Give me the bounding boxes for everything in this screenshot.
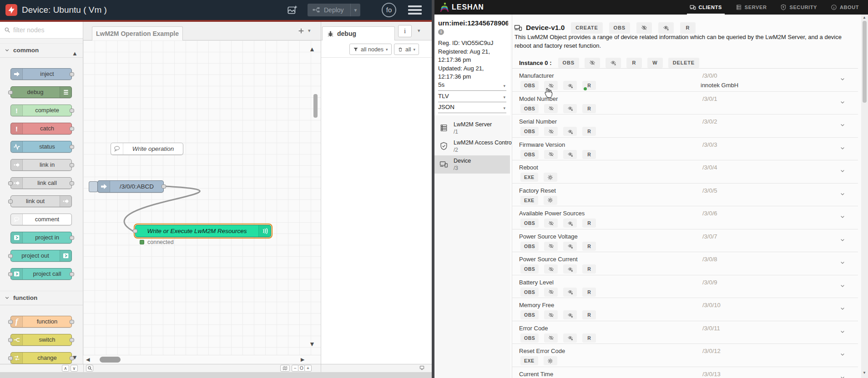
palette-category-common[interactable]: common xyxy=(0,43,83,58)
format-select-5s[interactable]: 5s▾ xyxy=(438,81,506,91)
obs-stop-button[interactable] xyxy=(606,58,621,68)
nav-server[interactable]: SERVER xyxy=(736,0,767,15)
palette-node-complete[interactable]: !complete xyxy=(10,104,72,116)
chevron-down-icon[interactable] xyxy=(839,351,846,358)
palette-node-project-in[interactable]: project in xyxy=(10,232,72,244)
palette-node-status[interactable]: status xyxy=(10,141,72,153)
deploy-button[interactable]: Deploy ▼ xyxy=(308,4,360,16)
main-menu-button[interactable] xyxy=(408,5,422,15)
w-button[interactable]: W xyxy=(647,58,663,68)
add-flow-button[interactable] xyxy=(296,25,306,36)
gear-button[interactable] xyxy=(544,196,557,205)
comment-node[interactable]: Write operation xyxy=(111,143,183,155)
monitor-icon[interactable] xyxy=(417,365,427,372)
r-button[interactable]: R xyxy=(582,333,596,343)
debug-clear-button[interactable]: all ▾ xyxy=(394,44,419,55)
canvas-search-button[interactable] xyxy=(86,365,93,372)
palette-node-link-out[interactable]: link out xyxy=(10,195,72,207)
obs-stop-button[interactable] xyxy=(563,150,577,159)
obs-stop-button[interactable] xyxy=(563,310,577,319)
scroll-down-icon[interactable]: ▼ xyxy=(863,371,866,375)
chevron-down-icon[interactable] xyxy=(839,236,846,244)
obs-stop-button[interactable] xyxy=(563,81,577,90)
scroll-right-icon[interactable]: ▶ xyxy=(301,357,304,363)
eye-off-button[interactable] xyxy=(544,219,558,228)
page-scrollbar[interactable]: ▲ ▼ xyxy=(861,15,868,378)
canvas-horizontal-scrollbar[interactable]: ◀ ▶ xyxy=(83,355,321,364)
chevron-down-icon[interactable] xyxy=(839,374,846,378)
canvas-vertical-scrollbar[interactable] xyxy=(313,94,318,118)
chevron-down-icon[interactable] xyxy=(839,328,846,335)
chevron-down-icon[interactable] xyxy=(839,259,846,266)
palette-node-comment[interactable]: comment xyxy=(10,214,72,225)
eye-off-button[interactable] xyxy=(544,333,558,343)
object-item-lwm2m-access-control[interactable]: LwM2M Access Control/2 xyxy=(434,137,510,155)
eye-off-button[interactable] xyxy=(585,58,600,68)
eye-off-button[interactable] xyxy=(544,242,558,251)
r-button[interactable]: R xyxy=(582,150,596,159)
palette-node-change[interactable]: change xyxy=(10,352,72,364)
palette-expand-button[interactable]: ∨ xyxy=(71,365,78,372)
obs-button[interactable]: OBS xyxy=(520,310,539,319)
client-info-icon[interactable]: i xyxy=(438,29,444,35)
info-tab-button[interactable]: i xyxy=(398,25,412,37)
obs-button[interactable]: OBS xyxy=(520,81,539,90)
palette-search-input[interactable] xyxy=(13,25,80,35)
format-select-json[interactable]: JSON▾ xyxy=(438,104,506,113)
r-button[interactable]: R xyxy=(582,288,596,297)
chevron-down-icon[interactable] xyxy=(839,144,846,152)
palette-scroll-down-icon[interactable]: ▼ xyxy=(72,354,78,361)
eye-off-button[interactable] xyxy=(544,150,558,159)
obs-stop-button[interactable] xyxy=(563,242,577,251)
nav-security[interactable]: SECURITY xyxy=(780,0,817,15)
export-image-button[interactable] xyxy=(285,4,300,16)
gear-button[interactable] xyxy=(544,173,557,182)
r-button[interactable]: R xyxy=(626,58,642,68)
obs-button[interactable]: OBS xyxy=(609,22,630,34)
exe-button[interactable]: EXE xyxy=(520,196,538,205)
r-button[interactable]: R xyxy=(582,242,596,251)
palette-node-debug[interactable]: debug xyxy=(10,86,72,98)
obs-button[interactable]: OBS xyxy=(520,264,539,274)
delete-button[interactable]: DELETE xyxy=(668,58,699,68)
scroll-left-icon[interactable]: ◀ xyxy=(86,357,90,363)
obs-stop-button[interactable] xyxy=(563,264,577,274)
r-button[interactable]: R xyxy=(582,310,596,319)
obs-stop-button[interactable] xyxy=(658,22,674,34)
palette-category-function[interactable]: function xyxy=(0,291,83,305)
palette-node-project-out[interactable]: project out xyxy=(10,250,72,262)
obs-button[interactable]: OBS xyxy=(520,219,539,228)
palette-node-link-call[interactable]: link call xyxy=(10,177,72,189)
user-avatar[interactable]: fo xyxy=(382,3,396,17)
navigator-button[interactable] xyxy=(280,365,290,372)
chevron-down-icon[interactable] xyxy=(839,282,846,289)
obs-button[interactable]: OBS xyxy=(520,242,539,251)
obs-button[interactable]: OBS xyxy=(520,288,539,297)
lwm2m-write-node[interactable]: Write or Execute LwM2M Resources xyxy=(135,225,271,237)
eye-off-button[interactable] xyxy=(636,22,652,34)
canvas-scroll-down-icon[interactable]: ▼ xyxy=(309,340,315,348)
lwm2m-input-port[interactable] xyxy=(133,229,137,233)
horizontal-scroll-thumb[interactable] xyxy=(100,357,121,363)
nav-clients[interactable]: CLIENTS xyxy=(690,0,722,15)
deploy-options-caret[interactable]: ▼ xyxy=(350,4,360,16)
r-button[interactable]: R xyxy=(680,22,696,34)
exe-button[interactable]: EXE xyxy=(520,356,538,365)
object-item-device[interactable]: Device/3 xyxy=(434,155,510,174)
inject-trigger-button[interactable] xyxy=(89,181,98,192)
palette-node-catch[interactable]: !catch xyxy=(10,123,72,134)
sidebar-options-caret[interactable]: ▾ xyxy=(418,28,420,34)
chevron-down-icon[interactable] xyxy=(839,99,846,106)
obs-stop-button[interactable] xyxy=(563,288,577,297)
page-scroll-thumb[interactable] xyxy=(863,21,867,103)
r-button[interactable]: R xyxy=(582,127,596,136)
obs-stop-button[interactable] xyxy=(563,333,577,343)
eye-off-button[interactable] xyxy=(544,127,558,136)
gear-button[interactable] xyxy=(544,356,557,365)
r-button[interactable]: R xyxy=(582,264,596,274)
flow-tab[interactable]: LwM2M Operation Example xyxy=(92,26,183,41)
chevron-down-icon[interactable] xyxy=(839,75,846,83)
inject-output-port[interactable] xyxy=(161,184,166,189)
eye-off-button[interactable] xyxy=(544,264,558,274)
eye-off-button[interactable] xyxy=(544,310,558,319)
